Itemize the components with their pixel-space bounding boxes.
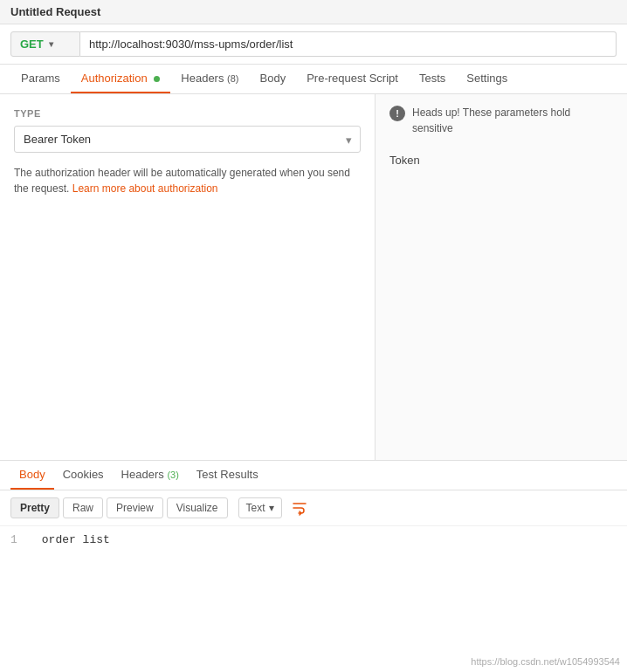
page-title: Untitled Request [10, 5, 100, 18]
response-tab-headers[interactable]: Headers (3) [113, 461, 188, 490]
response-toolbar: Pretty Raw Preview Visualize Text ▾ [0, 490, 627, 526]
url-input[interactable] [80, 31, 617, 57]
method-value: GET [20, 38, 44, 51]
authorization-right-panel: ! Heads up! These parameters hold sensit… [376, 94, 627, 460]
chevron-down-icon: ▾ [49, 39, 53, 49]
format-preview-button[interactable]: Preview [107, 497, 163, 518]
type-select[interactable]: No Auth API Key Bearer Token Basic Auth … [14, 126, 361, 153]
response-content: order list [42, 533, 110, 546]
request-tabs: Params Authorization Headers (8) Body Pr… [0, 65, 627, 94]
type-label: TYPE [14, 108, 361, 119]
wrap-icon[interactable] [289, 497, 310, 518]
info-icon: ! [389, 106, 405, 121]
response-body: 1 order list [0, 526, 627, 553]
authorization-panel: TYPE No Auth API Key Bearer Token Basic … [0, 94, 376, 460]
tab-params[interactable]: Params [10, 65, 71, 93]
tab-settings[interactable]: Settings [456, 65, 518, 93]
format-raw-button[interactable]: Raw [63, 497, 103, 518]
tab-body[interactable]: Body [250, 65, 297, 93]
tab-headers[interactable]: Headers (8) [170, 65, 249, 93]
authorization-active-dot [154, 76, 160, 82]
type-select-wrapper: No Auth API Key Bearer Token Basic Auth … [14, 126, 361, 153]
info-banner: ! Heads up! These parameters hold sensit… [389, 105, 613, 136]
title-bar: Untitled Request [0, 0, 627, 24]
chevron-down-icon: ▾ [269, 502, 274, 514]
response-tab-test-results[interactable]: Test Results [188, 461, 267, 490]
tab-tests[interactable]: Tests [409, 65, 456, 93]
response-line-1: 1 order list [10, 533, 617, 546]
tab-authorization[interactable]: Authorization [71, 65, 171, 93]
format-pretty-button[interactable]: Pretty [10, 497, 59, 518]
response-tab-cookies[interactable]: Cookies [54, 461, 113, 490]
auth-description: The authorization header will be automat… [14, 165, 361, 196]
text-format-select[interactable]: Text ▾ [238, 497, 282, 518]
learn-more-link[interactable]: Learn more about authorization [72, 182, 218, 195]
response-tab-body[interactable]: Body [10, 461, 54, 490]
token-label: Token [389, 154, 613, 167]
line-number: 1 [10, 533, 24, 546]
response-tabs: Body Cookies Headers (3) Test Results [0, 461, 627, 490]
method-selector[interactable]: GET ▾ [10, 31, 80, 57]
tab-pre-request-script[interactable]: Pre-request Script [296, 65, 409, 93]
main-content: TYPE No Auth API Key Bearer Token Basic … [0, 94, 627, 461]
format-visualize-button[interactable]: Visualize [167, 497, 228, 518]
watermark: https://blog.csdn.net/w1054993544 [471, 656, 620, 667]
info-text: Heads up! These parameters hold sensitiv… [412, 105, 613, 136]
url-bar: GET ▾ [0, 24, 627, 65]
